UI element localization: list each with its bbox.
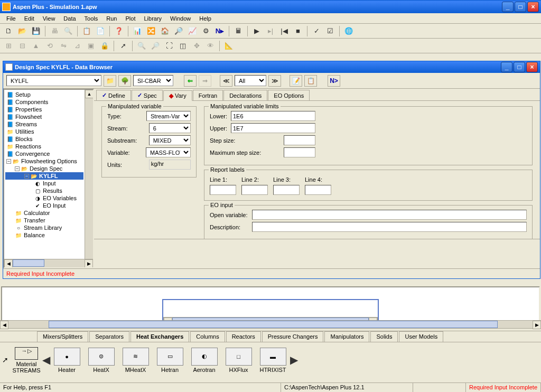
maximize-button[interactable]: □ xyxy=(515,2,526,12)
variable-select[interactable]: MASS-FLOW xyxy=(146,147,191,157)
units-icon[interactable]: 📐 xyxy=(222,40,235,52)
align-icon[interactable]: ▲ xyxy=(30,40,42,52)
copy-icon[interactable]: 📋 xyxy=(80,25,93,37)
flowsheet-icon[interactable]: 🔀 xyxy=(145,25,157,37)
tab-eo options[interactable]: EO Options xyxy=(268,90,310,100)
menu-view[interactable]: View xyxy=(39,14,60,23)
tree-item-blocks[interactable]: 📘Blocks xyxy=(5,135,83,143)
save-icon[interactable]: 💾 xyxy=(30,25,42,37)
tree-hscroll[interactable]: ◀ ▶ xyxy=(4,259,93,267)
check-icon[interactable]: ☑ xyxy=(324,25,337,37)
pointer-icon[interactable]: ➚ xyxy=(117,40,129,52)
upper-input[interactable] xyxy=(231,123,315,133)
group-icon[interactable]: ▣ xyxy=(85,40,97,52)
tab-fortran[interactable]: Fortran xyxy=(193,90,223,100)
tree-item-eo-variables[interactable]: ◑EO Variables xyxy=(5,194,83,202)
palette-item-heater[interactable]: ●Heater xyxy=(50,347,84,373)
tree-item-flowsheet[interactable]: 📘Flowsheet xyxy=(5,113,83,120)
view-icon[interactable]: 👁 xyxy=(204,40,217,52)
prev-input-button[interactable]: ≪ xyxy=(220,75,232,87)
globe-icon[interactable]: 🌐 xyxy=(342,25,355,37)
menu-edit[interactable]: Edit xyxy=(20,14,39,23)
units-select[interactable]: SI-CBAR xyxy=(133,75,173,86)
palette-tab-columns[interactable]: Columns xyxy=(190,331,225,342)
main-scroll-left-icon[interactable]: ◀ xyxy=(0,321,8,329)
zoom-out-icon[interactable]: 🔎 xyxy=(149,40,162,52)
palette-tab-pressure-changers[interactable]: Pressure Changers xyxy=(262,331,324,342)
palette-next-icon[interactable]: ▶ xyxy=(290,353,297,366)
print-icon[interactable]: 🖶 xyxy=(48,25,61,37)
main-hscroll[interactable]: ◀ ▶ xyxy=(0,320,541,329)
step-icon[interactable]: ▸| xyxy=(264,25,277,37)
palette-tab-manipulators[interactable]: Manipulators xyxy=(324,331,369,342)
palette-item-hxflux[interactable]: □HXFlux xyxy=(221,347,256,373)
up-folder-icon[interactable]: 📁 xyxy=(104,75,116,87)
line3-input[interactable] xyxy=(273,185,300,195)
mirror-icon[interactable]: ⊿ xyxy=(71,40,83,52)
step-input[interactable] xyxy=(284,135,315,145)
close-button[interactable]: × xyxy=(527,2,539,12)
palette-item-aerotran[interactable]: ◐Aerotran xyxy=(187,347,221,373)
object-select[interactable]: KYLFL xyxy=(6,75,101,86)
sub-maximize-button[interactable]: □ xyxy=(514,62,525,72)
main-scroll-right-icon[interactable]: ▶ xyxy=(533,321,541,329)
menu-file[interactable]: File xyxy=(2,14,20,23)
zoom-icon[interactable]: 🔎 xyxy=(172,25,185,37)
palette-prev-icon[interactable]: ◀ xyxy=(42,353,50,366)
chart-icon[interactable]: 📈 xyxy=(186,25,199,37)
results-icon[interactable]: ✓ xyxy=(310,25,323,37)
menu-data[interactable]: Data xyxy=(59,14,80,23)
openvar-input[interactable] xyxy=(252,210,527,220)
menu-run[interactable]: Run xyxy=(102,14,121,23)
palette-tab-mixers-splitters[interactable]: Mixers/Splitters xyxy=(37,331,88,342)
tree-item-results[interactable]: ▢Results xyxy=(5,187,83,194)
menu-help[interactable]: Help xyxy=(195,14,216,23)
tree-item-input[interactable]: ◐Input xyxy=(5,180,83,187)
material-stream-icon[interactable]: →▷ xyxy=(15,347,38,360)
palette-tab-heat-exchangers[interactable]: Heat Exchangers xyxy=(130,331,189,342)
line2-input[interactable] xyxy=(241,185,268,195)
palette-stream[interactable]: →▷ Material STREAMS xyxy=(11,346,42,374)
flip-icon[interactable]: ⇋ xyxy=(57,40,70,52)
palette-tab-solids[interactable]: Solids xyxy=(370,331,398,342)
paste-icon[interactable]: 📄 xyxy=(94,25,107,37)
comments-icon[interactable]: 📝 xyxy=(290,75,302,87)
scroll-thumb[interactable] xyxy=(13,259,44,267)
tree-item-design-spec[interactable]: −📂Design Spec xyxy=(5,165,83,172)
palette-item-mheatx[interactable]: ≋MHeatX xyxy=(118,347,153,373)
scroll-up-icon[interactable]: ▲ xyxy=(85,90,93,98)
palette-tab-user-models[interactable]: User Models xyxy=(399,331,443,342)
tree-item-streams[interactable]: 📘Streams xyxy=(5,120,83,128)
palette-pointer-icon[interactable]: ➚ xyxy=(0,356,11,364)
tree-item-kylfl[interactable]: −📂KYLFL xyxy=(5,172,83,180)
tab-declarations[interactable]: Declarations xyxy=(223,90,267,100)
maxstep-input[interactable] xyxy=(284,147,315,157)
tab-define[interactable]: ✓Define xyxy=(96,90,131,100)
line4-input[interactable] xyxy=(305,185,331,195)
tree-item-calculator[interactable]: 📁Calculator xyxy=(5,209,83,217)
zoom-area-icon[interactable]: ◫ xyxy=(176,40,189,52)
lower-input[interactable] xyxy=(231,111,315,121)
palette-item-heatx[interactable]: ⊜HeatX xyxy=(84,347,118,373)
tree-content[interactable]: 📘Setup📘Components📘Properties📘Flowsheet📘S… xyxy=(4,90,85,259)
menu-tools[interactable]: Tools xyxy=(80,14,102,23)
tree-item-components[interactable]: 📘Components xyxy=(5,98,83,106)
substream-select[interactable]: MIXED xyxy=(149,135,191,145)
tree-item-balance[interactable]: 📁Balance xyxy=(5,231,83,239)
tree-toggle-icon[interactable]: 🌳 xyxy=(118,75,131,87)
minimize-button[interactable]: _ xyxy=(502,2,514,12)
palette-tab-reactors[interactable]: Reactors xyxy=(226,331,261,342)
new-icon[interactable]: 🗋 xyxy=(2,25,15,37)
next-input-button[interactable]: ≫ xyxy=(268,75,281,87)
preview-icon[interactable]: 🔍 xyxy=(62,25,74,37)
tree-item-setup[interactable]: 📘Setup xyxy=(5,91,83,98)
tree-item-reactions[interactable]: 📁Reactions xyxy=(5,143,83,150)
line1-input[interactable] xyxy=(210,185,236,195)
tree-item-utilities[interactable]: 📁Utilities xyxy=(5,128,83,135)
palette-item-htrixist[interactable]: ▬HTRIXIST xyxy=(256,347,290,373)
calc-icon[interactable]: 🖩 xyxy=(232,25,245,37)
sub-minimize-button[interactable]: _ xyxy=(501,62,512,72)
snap-icon[interactable]: ⊟ xyxy=(16,40,29,52)
back-button[interactable]: ⇐ xyxy=(184,75,197,87)
main-scroll-thumb[interactable] xyxy=(49,321,498,328)
